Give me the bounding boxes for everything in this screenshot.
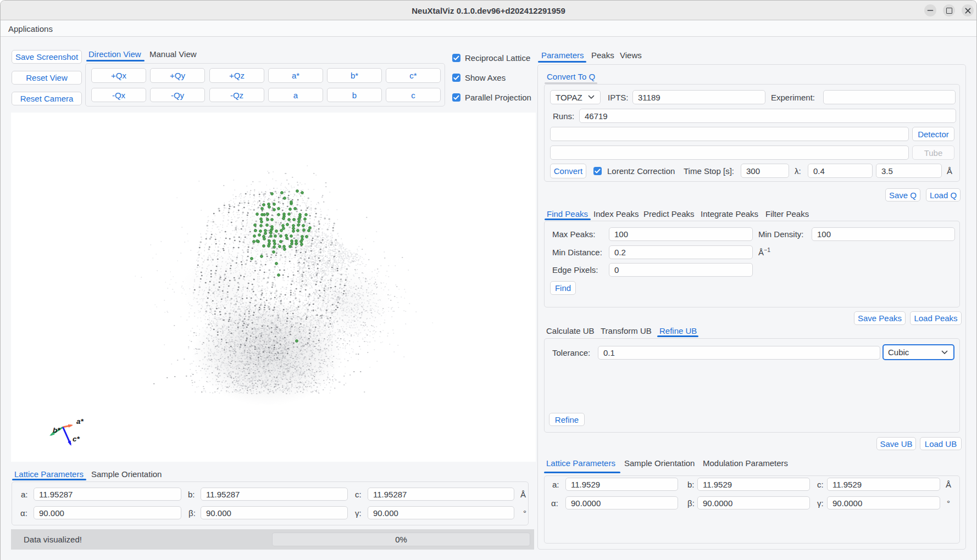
svg-text:c*: c* — [73, 435, 80, 443]
svg-text:a*: a* — [76, 417, 84, 425]
svg-text:b*: b* — [53, 426, 60, 434]
